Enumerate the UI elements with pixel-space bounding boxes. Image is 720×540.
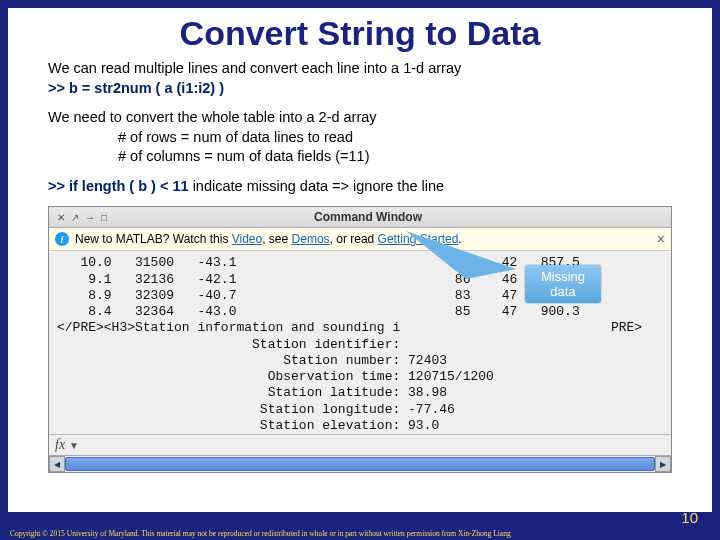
horizontal-scrollbar[interactable]: ◀ ▶ [49, 455, 671, 472]
close-icon[interactable]: ✕ [57, 212, 65, 223]
callout-line2: data [541, 284, 585, 299]
info-icon: i [55, 232, 69, 246]
scroll-left-icon[interactable]: ◀ [49, 456, 65, 472]
window-titlebar: ✕ ↗ → □ Command Window [49, 207, 671, 228]
code-comment: indicate missing data => ignore the line [189, 178, 445, 194]
code-line-2: >> if length ( b ) < 11 indicate missing… [48, 177, 672, 197]
demos-link[interactable]: Demos [292, 232, 330, 246]
window-title: Command Window [65, 210, 671, 224]
code-line-1: >> b = str2num ( a (i1:i2) ) [48, 79, 672, 99]
fx-prompt[interactable]: fx ▼ [49, 434, 671, 455]
video-link[interactable]: Video [232, 232, 262, 246]
slide-content: Convert String to Data We can read multi… [8, 8, 712, 512]
infobar-close-icon[interactable]: × [657, 231, 665, 247]
rows-spec: # of rows = num of data lines to read [118, 128, 672, 148]
cols-spec: # of columns = num of data fields (=11) [118, 147, 672, 167]
callout-missing-data: Missing data [525, 265, 601, 303]
callout-line1: Missing [541, 269, 585, 284]
callout-bubble: Missing data [525, 265, 601, 303]
scroll-right-icon[interactable]: ▶ [655, 456, 671, 472]
copyright-text: Copyright © 2015 University of Maryland.… [10, 529, 710, 538]
fx-label: fx [55, 437, 65, 453]
slide-body: We can read multiple lines and convert e… [8, 55, 712, 200]
paragraph-1: We can read multiple lines and convert e… [48, 59, 672, 79]
command-window: ✕ ↗ → □ Command Window i New to MATLAB? … [48, 206, 672, 473]
info-bar: i New to MATLAB? Watch this Video, see D… [49, 228, 671, 251]
paragraph-2: We need to convert the whole table into … [48, 108, 672, 128]
info-text: New to MATLAB? Watch this Video, see Dem… [75, 232, 462, 246]
scroll-thumb[interactable] [65, 457, 655, 471]
page-number: 10 [681, 509, 698, 526]
fx-arrow-icon: ▼ [69, 440, 79, 451]
slide-title: Convert String to Data [8, 8, 712, 55]
code-cmd: >> if length ( b ) < 11 [48, 178, 189, 194]
